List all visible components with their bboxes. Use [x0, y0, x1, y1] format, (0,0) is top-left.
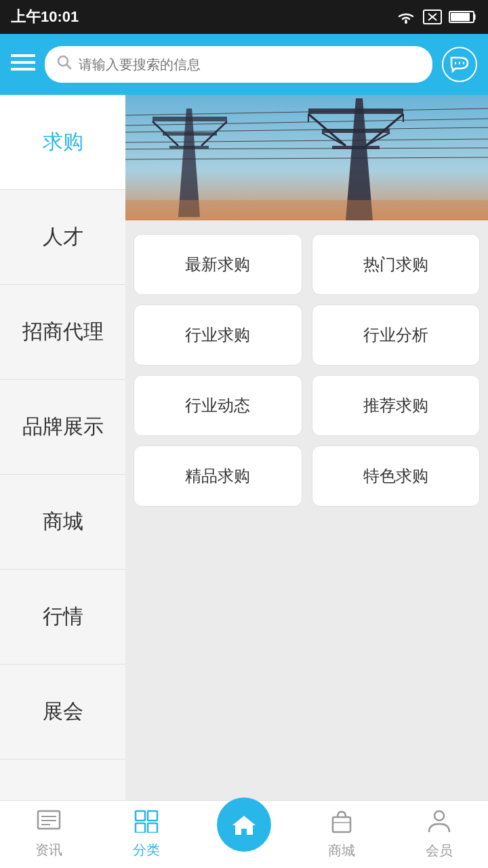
- svg-rect-5: [451, 13, 470, 21]
- sidebar-item-zhaoshang[interactable]: 招商代理: [0, 285, 125, 380]
- sidebar-item-shangcheng[interactable]: 商城: [0, 475, 125, 570]
- svg-rect-42: [136, 811, 145, 821]
- battery-icon: [449, 9, 477, 24]
- svg-marker-46: [232, 816, 256, 835]
- zixun-icon: [37, 810, 61, 838]
- svg-point-0: [405, 21, 407, 24]
- nav-item-fenlei[interactable]: 分类: [98, 810, 195, 859]
- btn-hangye-dongtai[interactable]: 行业动态: [134, 375, 302, 436]
- nav-item-shangcheng[interactable]: 商城: [293, 809, 390, 860]
- btn-remen-qugou[interactable]: 热门求购: [312, 234, 481, 295]
- grid-section: 最新求购 热门求购 行业求购 行业分析 行业动态 推荐求购 精品求购 特色求购: [125, 227, 488, 513]
- svg-rect-44: [136, 823, 145, 833]
- nav-label-zixun: 资讯: [35, 841, 62, 859]
- fenlei-icon: [134, 810, 159, 838]
- main-layout: 求购 人才 招商代理 品牌展示 商城 行情 展会: [0, 95, 488, 800]
- nav-label-shangcheng: 商城: [328, 842, 355, 860]
- nav-item-huiyuan[interactable]: 会员: [390, 809, 488, 860]
- svg-rect-34: [169, 146, 209, 149]
- nav-item-home[interactable]: [195, 818, 293, 852]
- svg-rect-22: [308, 108, 403, 114]
- nav-label-huiyuan: 会员: [426, 842, 453, 860]
- svg-rect-43: [148, 811, 157, 821]
- btn-zuixin-qugou[interactable]: 最新求购: [134, 234, 302, 295]
- search-icon: [57, 55, 72, 74]
- status-bar: 上午10:01: [0, 0, 488, 34]
- svg-rect-33: [163, 132, 217, 136]
- huiyuan-icon: [428, 809, 451, 839]
- sidebar-item-rencai[interactable]: 人才: [0, 190, 125, 285]
- menu-icon[interactable]: [11, 54, 35, 76]
- svg-line-10: [66, 64, 70, 68]
- btn-tese-qugou[interactable]: 特色求购: [312, 446, 481, 507]
- wifi-icon: [396, 9, 416, 24]
- svg-rect-32: [152, 117, 227, 121]
- sidebar-item-pinpai[interactable]: 品牌展示: [0, 380, 125, 475]
- search-input[interactable]: [79, 57, 420, 73]
- btn-hangye-fenxi[interactable]: 行业分析: [312, 304, 481, 366]
- home-circle: [217, 797, 271, 852]
- sidebar-item-hangqing[interactable]: 行情: [0, 570, 125, 665]
- svg-rect-24: [332, 146, 380, 149]
- sidebar-item-zhanhui[interactable]: 展会: [0, 665, 125, 760]
- btn-hangye-qugou[interactable]: 行业求购: [134, 304, 302, 366]
- svg-rect-45: [148, 823, 157, 833]
- svg-point-49: [434, 811, 444, 821]
- nav-label-fenlei: 分类: [133, 841, 160, 859]
- status-icons: [396, 9, 477, 24]
- bottom-nav: 资讯 分类 商城: [0, 800, 488, 868]
- svg-rect-23: [322, 129, 390, 133]
- svg-rect-37: [125, 200, 488, 220]
- chat-icon[interactable]: [442, 47, 477, 82]
- signal-icon: [423, 9, 442, 24]
- banner: [125, 95, 488, 220]
- sidebar: 求购 人才 招商代理 品牌展示 商城 行情 展会: [0, 95, 125, 800]
- btn-tuijian-qugou[interactable]: 推荐求购: [312, 375, 481, 436]
- shangcheng-icon: [330, 809, 353, 839]
- header: [0, 34, 488, 95]
- search-bar[interactable]: [45, 46, 432, 83]
- nav-item-zixun[interactable]: 资讯: [0, 810, 98, 859]
- btn-jingpin-qugou[interactable]: 精品求购: [134, 446, 302, 507]
- sidebar-item-qugou[interactable]: 求购: [0, 95, 125, 190]
- svg-rect-47: [333, 817, 350, 832]
- content-area: 最新求购 热门求购 行业求购 行业分析 行业动态 推荐求购 精品求购 特色求购: [125, 95, 488, 800]
- status-time: 上午10:01: [11, 7, 79, 27]
